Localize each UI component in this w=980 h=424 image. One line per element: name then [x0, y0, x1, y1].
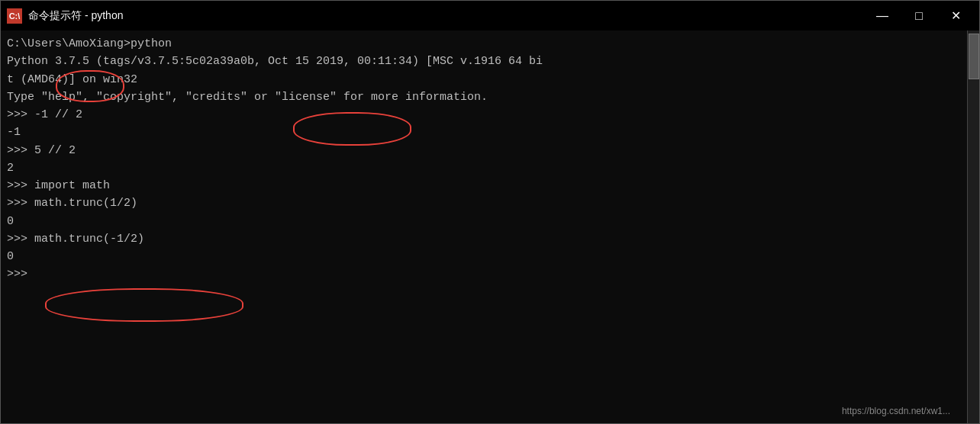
console-content: C:\Users\AmoXiang>pythonPython 3.7.5 (ta…: [1, 31, 967, 423]
titlebar: C:\ 命令提示符 - python — □ ✕: [0, 0, 980, 31]
console-line: >>> -1 // 2: [7, 106, 961, 124]
icon-label: C:\: [9, 11, 21, 21]
console-lines: C:\Users\AmoXiang>pythonPython 3.7.5 (ta…: [7, 35, 961, 284]
console-line: t (AMD64)] on win32: [7, 71, 961, 88]
titlebar-title: 命令提示符 - python: [28, 9, 123, 23]
console-line: >>> math.trunc(1/2): [7, 194, 961, 212]
circle-math-trunc-annotation: [45, 288, 243, 322]
console-line: >>>: [7, 265, 961, 283]
titlebar-left: C:\ 命令提示符 - python: [7, 8, 123, 24]
watermark: https://blog.csdn.net/xw1...: [842, 404, 950, 419]
console-line: 0: [7, 213, 961, 230]
scrollbar[interactable]: [967, 31, 979, 423]
titlebar-controls: — □ ✕: [865, 5, 973, 27]
console-line: -1: [7, 124, 961, 141]
console-line: Python 3.7.5 (tags/v3.7.5:5c02a39a0b, Oc…: [7, 53, 961, 70]
console-wrapper: C:\Users\AmoXiang>pythonPython 3.7.5 (ta…: [0, 31, 980, 424]
console-line: Type "help", "copyright", "credits" or "…: [7, 88, 961, 106]
console-line: 0: [7, 248, 961, 265]
console-line: 2: [7, 159, 961, 177]
scrollbar-thumb[interactable]: [969, 34, 979, 79]
titlebar-icon: C:\: [7, 8, 22, 24]
console-line: C:\Users\AmoXiang>python: [7, 35, 961, 53]
console-line: >>> 5 // 2: [7, 142, 961, 159]
minimize-button[interactable]: —: [865, 5, 900, 27]
console-line: >>> import math: [7, 177, 961, 194]
console-line: >>> math.trunc(-1/2): [7, 230, 961, 248]
maximize-button[interactable]: □: [901, 5, 936, 27]
close-button[interactable]: ✕: [938, 5, 973, 27]
